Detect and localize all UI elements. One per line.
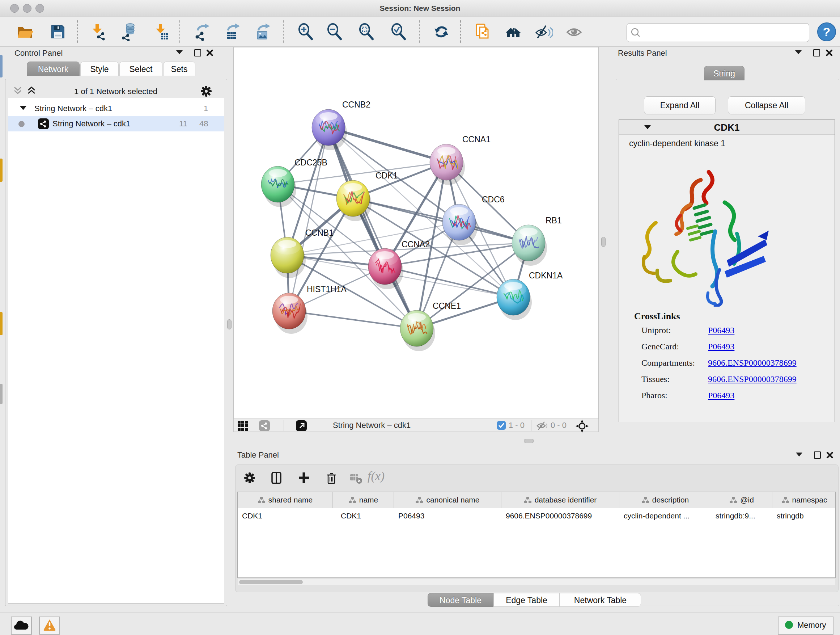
crosslink-uniprot[interactable]: P06493 [708, 325, 734, 335]
collapse-all-button[interactable]: Collapse All [728, 96, 805, 114]
add-column-icon[interactable] [297, 471, 310, 485]
table-cell: stringdb [772, 509, 836, 523]
delete-table-icon[interactable] [349, 473, 363, 485]
control-panel-float-button[interactable] [194, 49, 201, 57]
zoom-in-button[interactable] [296, 22, 315, 41]
tab-network-table[interactable]: Network Table [560, 593, 641, 607]
table-panel-menu-button[interactable] [796, 453, 802, 456]
grid-view-icon[interactable] [237, 420, 248, 431]
share-document-button[interactable] [474, 22, 493, 41]
network-node-ccne1[interactable]: CCNE1 [400, 301, 461, 351]
expand-all-button[interactable]: Expand All [644, 96, 715, 114]
function-builder-button[interactable]: f(x) [368, 469, 385, 483]
network-collection-row[interactable]: String Network – cdk1 1 [8, 101, 224, 116]
selected-nodes-checkbox[interactable] [497, 421, 506, 430]
column-header[interactable]: description [619, 492, 711, 508]
cloud-button[interactable] [11, 616, 32, 635]
crosslink-tissues[interactable]: 9606.ENSP00000378699 [708, 374, 797, 384]
network-view-icon[interactable] [259, 420, 270, 431]
table-panel-float-button[interactable] [814, 451, 821, 459]
hide-annotations-button[interactable] [534, 22, 553, 41]
left-splitter-handle[interactable] [227, 319, 232, 329]
delete-column-trash-icon[interactable] [325, 471, 338, 485]
open-session-button[interactable] [15, 22, 34, 41]
crosslink-pharos[interactable]: P06493 [708, 391, 734, 401]
column-header[interactable]: name [333, 492, 394, 508]
network-node-cdkn1a[interactable]: CDKN1A [497, 271, 563, 320]
title-bar: Session: New Session [0, 0, 840, 17]
network-node-ccna1[interactable]: CCNA1 [430, 135, 491, 185]
results-panel-close-icon[interactable] [826, 49, 833, 57]
tab-style[interactable]: Style [80, 62, 118, 76]
open-in-new-icon[interactable] [296, 420, 307, 431]
network-node-ccnb2[interactable]: CCNB2 [312, 100, 370, 150]
column-header[interactable]: database identifier [501, 492, 619, 508]
import-network-file-button[interactable] [88, 22, 107, 41]
column-header[interactable]: namespac [772, 492, 836, 508]
export-network-button[interactable] [193, 22, 211, 41]
right-splitter-handle[interactable] [601, 237, 606, 247]
show-columns-icon[interactable] [270, 471, 283, 485]
zoom-selected-button[interactable] [389, 22, 408, 41]
help-button[interactable]: ? [817, 22, 836, 41]
table-panel-close-icon[interactable] [826, 451, 834, 459]
background-artifact [0, 55, 3, 78]
center-view-crosshair-icon[interactable] [575, 419, 589, 433]
results-panel-menu-button[interactable] [795, 50, 802, 54]
zoom-fit-button[interactable] [357, 22, 376, 41]
bottom-splitter-handle[interactable] [524, 439, 534, 443]
network-canvas[interactable]: CCNB2CCNA1CDC25BCDK1CDC6RB1CCNB1CCNA2CDK… [233, 47, 599, 419]
tab-edge-table[interactable]: Edge Table [493, 593, 560, 607]
crosslink-compartments[interactable]: 9606.ENSP00000378699 [708, 358, 797, 368]
collapse-all-tree-icon[interactable] [13, 86, 23, 96]
tree-expand-icon[interactable] [20, 106, 27, 110]
tab-select[interactable]: Select [119, 62, 163, 76]
control-panel-close-icon[interactable] [206, 49, 213, 57]
network-status-dot [19, 121, 25, 127]
network-node-hist1h1a[interactable]: HIST1H1A [272, 285, 347, 334]
network-node-rb1[interactable]: RB1 [512, 216, 562, 266]
expand-all-tree-icon[interactable] [27, 86, 37, 96]
network-label: String Network – cdk1 [52, 119, 130, 128]
column-header[interactable]: canonical name [394, 492, 501, 508]
tab-sets[interactable]: Sets [163, 62, 195, 76]
application-window: Session: New Session [0, 0, 840, 635]
refresh-icon [432, 22, 451, 41]
refresh-button[interactable] [432, 22, 451, 41]
network-options-gear-icon[interactable] [200, 85, 213, 98]
results-panel-float-button[interactable] [813, 49, 820, 57]
horizontal-scrollbar[interactable] [238, 579, 835, 585]
network-node-cdc6[interactable]: CDC6 [442, 195, 505, 245]
import-database-icon [119, 22, 138, 41]
column-header[interactable]: shared name [238, 492, 333, 508]
share-document-icon [474, 22, 493, 41]
hidden-eye-slash-icon[interactable] [536, 421, 548, 431]
column-header[interactable]: @id [711, 492, 772, 508]
network-node-label: HIST1H1A [307, 285, 347, 294]
tab-string[interactable]: String [704, 66, 745, 80]
import-table-file-button[interactable] [152, 22, 171, 41]
tab-network[interactable]: Network [27, 62, 80, 76]
network-graph[interactable]: CCNB2CCNA1CDC25BCDK1CDC6RB1CCNB1CCNA2CDK… [234, 48, 598, 418]
zoom-out-button[interactable] [325, 22, 344, 41]
search-input[interactable] [627, 23, 809, 42]
export-image-button[interactable] [253, 22, 272, 41]
crosslink-genecard[interactable]: P06493 [708, 342, 734, 352]
import-network-database-button[interactable] [119, 22, 138, 41]
control-panel-menu-button[interactable] [176, 50, 183, 54]
warning-button[interactable] [39, 616, 60, 635]
eye-slash-icon [534, 22, 553, 41]
network-node-cdc25b[interactable]: CDC25B [261, 158, 327, 207]
table-settings-gear-icon[interactable] [243, 471, 256, 485]
export-table-button[interactable] [223, 22, 242, 41]
horizontal-scrollbar-thumb[interactable] [239, 580, 303, 584]
network-edge [328, 127, 417, 328]
save-session-button[interactable] [49, 22, 67, 41]
table-cell: 9606.ENSP00000378699 [501, 509, 619, 523]
memory-button[interactable]: Memory [778, 616, 834, 635]
home-button[interactable] [504, 22, 523, 41]
tab-node-table[interactable]: Node Table [428, 593, 493, 607]
show-annotations-button[interactable] [565, 22, 584, 41]
network-row-selected[interactable]: String Network – cdk1 11 48 [8, 116, 224, 131]
gene-section-header[interactable]: CDK1 [619, 120, 835, 135]
